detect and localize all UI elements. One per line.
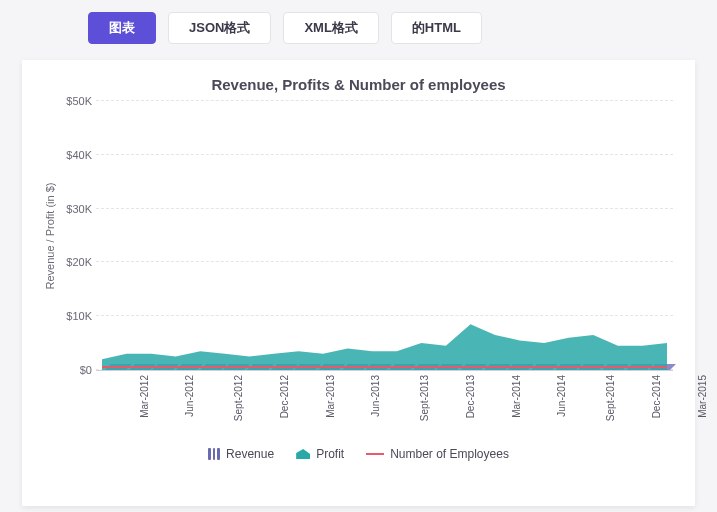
legend: Revenue Profit Number of Employees: [38, 447, 679, 461]
chart-title: Revenue, Profits & Number of employees: [38, 76, 679, 93]
legend-employees[interactable]: Number of Employees: [366, 447, 509, 461]
line-icon: [366, 453, 384, 455]
y-tick: $40K: [52, 149, 92, 161]
legend-label: Revenue: [226, 447, 274, 461]
tab-chart[interactable]: 图表: [88, 12, 156, 44]
format-tabs: 图表 JSON格式 XML格式 的HTML: [0, 0, 717, 52]
bar-icon: [208, 448, 220, 460]
employees-line: [102, 366, 667, 368]
bars-container: [102, 101, 667, 370]
legend-label: Profit: [316, 447, 344, 461]
y-tick: $30K: [52, 203, 92, 215]
y-axis-label: Revenue / Profit (in $): [44, 182, 56, 289]
y-tick: $50K: [52, 95, 92, 107]
tab-json[interactable]: JSON格式: [168, 12, 271, 44]
tab-xml[interactable]: XML格式: [283, 12, 378, 44]
area-icon: [296, 449, 310, 459]
plot-area: Revenue / Profit (in $) $0$10K$20K$30K$4…: [96, 101, 673, 371]
legend-label: Number of Employees: [390, 447, 509, 461]
y-tick: $20K: [52, 256, 92, 268]
tab-html[interactable]: 的HTML: [391, 12, 482, 44]
x-tick: Mar-2015: [697, 375, 717, 418]
x-axis-labels: Mar-2012Jun-2012Sept-2012Dec-2012Mar-201…: [102, 375, 667, 437]
legend-profit[interactable]: Profit: [296, 447, 344, 461]
chart-card: Revenue, Profits & Number of employees R…: [22, 60, 695, 506]
y-tick: $10K: [52, 310, 92, 322]
y-tick: $0: [52, 364, 92, 376]
legend-revenue[interactable]: Revenue: [208, 447, 274, 461]
